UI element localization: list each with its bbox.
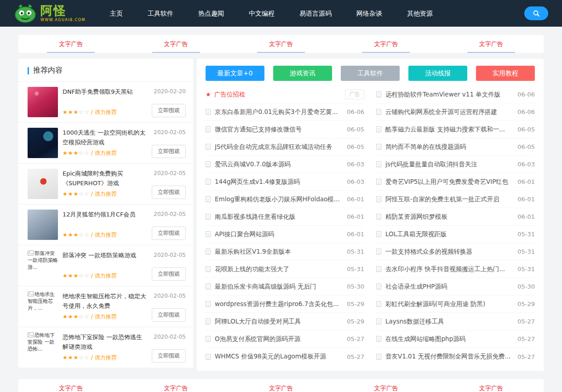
watch-now-button[interactable]: 立即围观: [152, 308, 186, 322]
article-link[interactable]: 南瓜影视多线路任意看绿化版: [215, 213, 347, 221]
category-button-latest-articles[interactable]: 最新文章+0: [206, 66, 264, 81]
article-date: 05-27: [347, 335, 364, 342]
watch-now-button[interactable]: 立即围观: [152, 186, 186, 199]
article-link[interactable]: 阿狸LOL大厅自动接受对局工具: [215, 318, 347, 326]
article-link[interactable]: 花呗新上线的功能太强大了: [215, 265, 347, 273]
nav-item-easy-language-source[interactable]: 易语言源码: [287, 0, 344, 27]
article-link[interactable]: 去水印小程序 快手抖音视频搬运工上热门...: [385, 265, 517, 273]
article-link[interactable]: 微信官方通知已支持修改微信号: [215, 125, 347, 134]
recommend-item-title[interactable]: 绝地求生智能压枪芯片，稳定大号使用，永久免费: [63, 292, 146, 311]
nav-item-network-talk[interactable]: 网络杂谈: [344, 0, 395, 27]
document-icon: [206, 126, 211, 132]
recommend-item-title[interactable]: Epic商城限时免费购买《SUPERHOT》游戏: [63, 169, 146, 188]
document-icon: [206, 354, 211, 360]
article-link[interactable]: 在线生成网站缩略图php源码: [385, 335, 517, 343]
category-button-tool-software[interactable]: 工具软件: [341, 66, 400, 81]
article-link[interactable]: 精防某资源网织梦模板: [385, 213, 517, 221]
article-link[interactable]: js代码批量批量自动取消抖音关注: [385, 160, 517, 169]
document-icon: [206, 284, 211, 290]
article-link[interactable]: O泡易支付系统官网的源码开源: [215, 335, 347, 343]
article-link[interactable]: 最新乐购社区V1.9全新版本: [215, 248, 347, 256]
document-icon: [376, 301, 381, 307]
search-icon: [533, 10, 540, 17]
nav-item-chinese-programming[interactable]: 中文编程: [236, 0, 287, 27]
article-link[interactable]: 最新伯乐发卡商城高级版源码 无后门: [215, 283, 347, 291]
article-link[interactable]: 彩虹代刷全解源码(可商业用途 防黑): [385, 300, 517, 308]
ad-slot-link[interactable]: 广告位招租: [214, 91, 345, 99]
recommend-item-title[interactable]: 部落冲突 一款塔防策略游戏: [63, 251, 146, 261]
watch-now-button[interactable]: 立即围观: [152, 104, 186, 117]
article-link[interactable]: WHMCS 价值98美元的Lagom模板开源: [215, 352, 347, 361]
site-logo[interactable]: 阿怪 WWW.AGUAI8.COM: [14, 3, 86, 23]
article-date: 06-01: [517, 213, 535, 220]
recommend-item-title[interactable]: 1000天逃生 一款空间街机的太空模拟经营游戏: [63, 128, 146, 148]
nav-item-tool-software[interactable]: 工具软件: [135, 0, 186, 27]
article-link[interactable]: Emlog重构精仿老版小刀娱乐网HFoldao模...: [215, 195, 347, 204]
nav-item-other-resources[interactable]: 其他资源: [395, 0, 445, 27]
watch-now-button[interactable]: 立即围观: [152, 349, 186, 363]
text-ad-link[interactable]: 文字广告: [123, 35, 228, 53]
category-button-game-news[interactable]: 游戏资讯: [273, 66, 332, 81]
text-ad-link[interactable]: 文字广告: [18, 379, 123, 392]
text-ad-link[interactable]: 文字广告: [439, 35, 544, 53]
watch-now-button[interactable]: 立即围观: [152, 227, 186, 240]
nav-item-home[interactable]: 主页: [97, 0, 135, 27]
article-link[interactable]: 音友V1.01 无视付费限制全网音乐无损免费...: [385, 352, 517, 361]
watch-now-button[interactable]: 立即围观: [152, 145, 186, 158]
article-thumbnail[interactable]: [28, 210, 58, 240]
article-link[interactable]: API接口聚合网站源码: [215, 230, 347, 239]
document-icon: [376, 91, 381, 97]
rating-label: / 强力推荐: [91, 109, 117, 115]
article-link[interactable]: wordpress资源付费主题ripro6.7含美化包...: [215, 300, 347, 308]
article-row: wordpress资源付费主题ripro6.7含美化包...05-29: [206, 295, 364, 313]
recommend-item-title[interactable]: 恐怖地下室探险 一款恐怖逃生解谜类游戏: [63, 333, 146, 352]
article-link[interactable]: 简约而不简单的在线搜题源码: [385, 143, 517, 151]
broken-thumbnail[interactable]: 部落冲突 一款塔防策略游...: [28, 250, 58, 281]
text-ad-link[interactable]: 文字广告: [229, 35, 333, 53]
search-button[interactable]: [524, 6, 548, 20]
article-link[interactable]: 远程协助软件TeamViewer v11 单文件版: [385, 91, 517, 99]
article-row: Laysns数据迁移工具05-27: [376, 313, 535, 330]
recommend-item-date: 2020-02-05: [154, 252, 186, 258]
article-thumbnail[interactable]: [28, 128, 58, 158]
article-column-right: 远程协助软件TeamViewer v11 单文件版06-06 云铺购代刷网系统全…: [376, 86, 535, 365]
document-icon: [376, 318, 381, 324]
article-row: 爱讯云商城V0.7.0版本源码06-03: [206, 156, 364, 173]
text-ad-link[interactable]: 文字广告: [333, 379, 438, 392]
article-link[interactable]: 爱讯云商城V0.7.0版本源码: [215, 160, 347, 169]
text-ad-link[interactable]: 文字广告: [18, 35, 123, 53]
article-link[interactable]: 京东白条新用户0.01元购买3个月爱奇艺黄...: [215, 108, 347, 116]
broken-thumbnail[interactable]: 绝地求生智能压枪芯片，...: [28, 291, 58, 322]
text-ad-link[interactable]: 文字广告: [333, 35, 438, 53]
recommend-item-side: 2020-02-05 立即围观: [146, 128, 186, 158]
watch-now-button[interactable]: 立即围观: [152, 267, 186, 281]
article-row: 去水印小程序 快手抖音视频搬运工上热门...05-31: [376, 261, 535, 278]
recommend-panel: 推荐内容 DNF助手免费领取9天黑钻 ★★★☆☆/ 强力推荐 2020-02-2…: [18, 59, 193, 368]
article-thumbnail[interactable]: [28, 87, 58, 117]
article-link[interactable]: 阿怪互联-自家的免费主机第一批正式开启: [385, 195, 517, 204]
article-link[interactable]: 酷享磁力云最新版 支持磁力搜索下载和一...: [385, 125, 517, 134]
recommend-item-body: DNF助手免费领取9天黑钻 ★★★☆☆/ 强力推荐: [63, 87, 146, 117]
broken-thumbnail[interactable]: 恐怖地下室探险 一款恐怖...: [28, 332, 58, 363]
category-button-activity-news[interactable]: 活动线报: [408, 66, 467, 81]
recommend-item-title[interactable]: 12月灵狐签约领1月CF会员: [63, 210, 146, 220]
article-link[interactable]: 爱奇艺VIP5以上用户可免费发爱奇艺VIP红包: [385, 178, 517, 186]
text-ad-link[interactable]: 文字广告: [439, 379, 544, 392]
article-link[interactable]: 144g网页生成v1.4修复版源码: [215, 178, 347, 186]
article-link[interactable]: JS代码全自动完成京东品牌狂欢城活动任务: [215, 143, 347, 151]
article-link[interactable]: 一款支持格式众多的视频转换器: [385, 248, 517, 256]
recommend-item-body: 恐怖地下室探险 一款恐怖逃生解谜类游戏 ★★★☆☆/ 强力推荐: [63, 332, 146, 363]
article-link[interactable]: LOL工具箱无限视距版: [385, 230, 517, 239]
article-link[interactable]: Laysns数据迁移工具: [385, 318, 517, 326]
nav-item-hot-news[interactable]: 热点趣闻: [186, 0, 236, 27]
article-row: 爱奇艺VIP5以上用户可免费发爱奇艺VIP红包06-01: [376, 173, 535, 191]
article-link[interactable]: 云铺购代刷网系统全开源可运营程序搭建: [385, 108, 517, 116]
recommend-item-title[interactable]: DNF助手免费领取9天黑钻: [63, 87, 146, 97]
article-thumbnail[interactable]: [28, 169, 58, 199]
text-ad-link[interactable]: 文字广告: [123, 379, 228, 392]
category-button-practical-tutorials[interactable]: 实用教程: [476, 66, 535, 81]
article-link[interactable]: 社会语录生成PHP源码: [385, 283, 517, 291]
article-column-left: ★ 广告位招租 广告 京东白条新用户0.01元购买3个月爱奇艺黄...06-06…: [206, 86, 364, 365]
document-icon: [206, 231, 211, 237]
text-ad-link[interactable]: 文字广告: [229, 379, 333, 392]
